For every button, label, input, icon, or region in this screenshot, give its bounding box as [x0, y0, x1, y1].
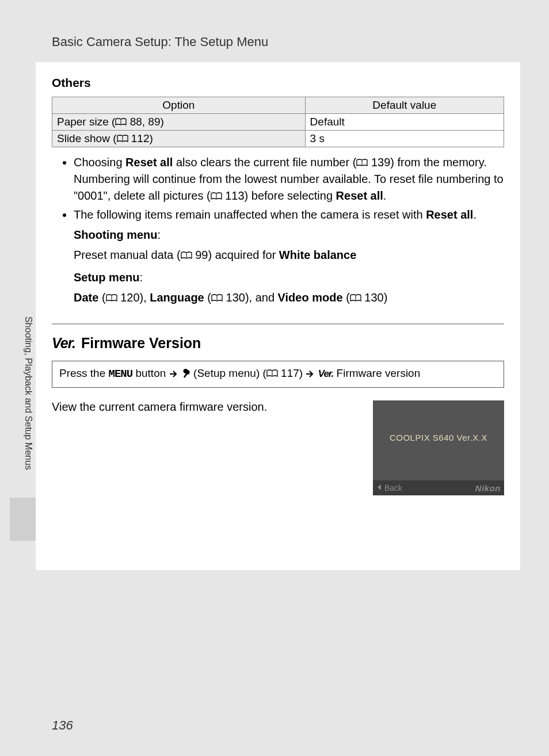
firmware-desc: View the current camera firmware version… — [52, 400, 363, 414]
reset-all: Reset all — [125, 156, 173, 169]
ver-icon: Ver. — [318, 368, 334, 379]
bullet-list: Choosing Reset all also clears the curre… — [52, 154, 504, 306]
bullet-item: The following items remain unaffected wh… — [74, 207, 504, 306]
others-table: Option Default value Paper size ( 88, 89… — [52, 97, 504, 147]
page-header: Basic Camera Setup: The Setup Menu — [0, 0, 549, 62]
text: 117) — [278, 367, 306, 379]
book-icon — [115, 118, 127, 126]
table-row: Slide show ( 112) 3 s — [52, 131, 504, 147]
text: 130) — [361, 291, 388, 304]
book-icon — [106, 294, 117, 302]
text: . — [473, 208, 476, 221]
text: Preset manual data ( — [74, 249, 181, 261]
book-icon — [211, 192, 222, 200]
col-option: Option — [52, 97, 306, 114]
colon: : — [158, 228, 161, 241]
page-header-title: Basic Camera Setup: The Setup Menu — [52, 35, 268, 49]
side-tab: Shooting, Playback and Setup Menus — [10, 311, 36, 541]
text: ( — [204, 291, 211, 304]
white-balance: White balance — [279, 249, 356, 261]
back-arrow-icon — [376, 483, 383, 492]
opt-cell: Slide show ( 112) — [52, 131, 306, 147]
video-mode-label: Video mode — [278, 291, 343, 304]
book-icon — [117, 135, 128, 143]
lcd-title: COOLPIX S640 Ver.X.X — [373, 433, 504, 442]
text: 120), — [117, 291, 150, 304]
lcd-brand: Nikon — [475, 483, 501, 493]
opt-prefix: Slide show ( — [57, 132, 117, 144]
text: ( — [98, 291, 105, 304]
lcd-preview: COOLPIX S640 Ver.X.X Back Nikon — [373, 400, 504, 495]
text: Press the — [59, 367, 109, 379]
firmware-title: Firmware Version — [81, 335, 201, 352]
lcd-back-label: Back — [384, 483, 402, 492]
language-label: Language — [150, 291, 204, 304]
book-icon — [350, 294, 361, 302]
text: . — [383, 189, 387, 202]
nav-path-box: Press the MENU button (Setup menu) ( 117… — [52, 361, 504, 388]
text: also clears the current file number ( — [173, 156, 356, 169]
text: ( — [343, 291, 350, 304]
val-cell: Default — [305, 114, 504, 131]
table-row: Paper size ( 88, 89) Default — [52, 114, 504, 131]
arrow-right-icon — [306, 368, 315, 381]
book-icon — [181, 251, 192, 259]
opt-cell: Paper size ( 88, 89) — [52, 114, 306, 131]
lcd-bottom-bar: Back Nikon — [373, 480, 504, 495]
arrow-right-icon — [169, 368, 178, 381]
shooting-menu-label: Shooting menu — [74, 228, 158, 241]
opt-ref: 112) — [128, 132, 153, 144]
col-default: Default value — [305, 97, 504, 114]
wrench-icon — [181, 368, 190, 381]
book-icon — [356, 159, 368, 167]
content: Others Option Default value Paper size (… — [36, 62, 520, 570]
others-heading: Others — [52, 76, 504, 90]
reset-all: Reset all — [426, 208, 473, 221]
setup-menu-label: Setup menu — [74, 271, 139, 284]
reset-all: Reset all — [336, 189, 383, 202]
text: 130), and — [223, 291, 278, 304]
book-icon — [266, 369, 278, 377]
bullet-item: Choosing Reset all also clears the curre… — [74, 154, 504, 204]
book-icon — [211, 294, 223, 302]
text: The following items remain unaffected wh… — [74, 208, 426, 221]
text: 113) before selecting — [222, 189, 336, 202]
ver-icon: Ver. — [52, 335, 75, 352]
lcd-back: Back — [376, 483, 402, 492]
text: (Setup menu) ( — [190, 367, 266, 379]
text: 99) acquired for — [192, 249, 279, 261]
opt-ref: 88, 89) — [127, 116, 163, 128]
text: Choosing — [74, 156, 125, 169]
firmware-desc-row: View the current camera firmware version… — [52, 400, 504, 495]
page-number: 136 — [52, 718, 73, 733]
side-tab-chip — [10, 498, 36, 541]
colon: : — [139, 271, 143, 284]
separator — [52, 323, 504, 324]
menu-button-label: MENU — [109, 368, 133, 380]
side-tab-label: Shooting, Playback and Setup Menus — [23, 316, 33, 470]
val-cell: 3 s — [305, 131, 504, 147]
text: Firmware version — [333, 367, 420, 379]
text: button — [132, 367, 169, 379]
firmware-section-title: Ver. Firmware Version — [52, 335, 504, 352]
date-label: Date — [74, 291, 98, 304]
opt-prefix: Paper size ( — [57, 116, 115, 128]
